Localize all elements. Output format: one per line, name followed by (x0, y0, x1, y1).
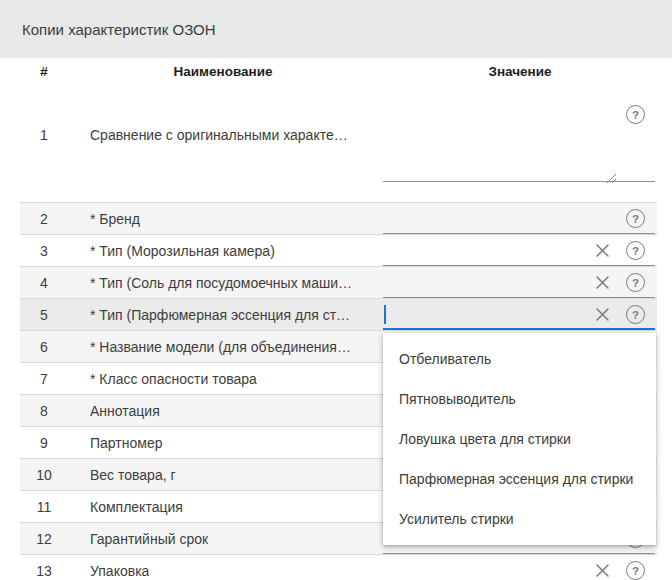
dropdown-option[interactable]: Усилитель стирки (383, 499, 656, 539)
table-row: 13Упаковка? (20, 554, 657, 580)
input-underline (383, 553, 655, 554)
row-label: Сравнение с оригинальными характе… (90, 84, 348, 202)
row-number: 12 (20, 523, 68, 554)
clear-icon[interactable] (593, 273, 612, 292)
value-input[interactable] (383, 267, 655, 298)
row-label: Партномер (90, 427, 162, 458)
row-number: 5 (20, 299, 68, 330)
column-header-name: Наименование (68, 58, 378, 84)
dropdown-option[interactable]: Ловушка цвета для стирки (383, 419, 656, 459)
table-row: 1Сравнение с оригинальными характе…? (20, 84, 657, 202)
table-header: # Наименование Значение (20, 58, 657, 84)
help-icon[interactable]: ? (626, 105, 645, 124)
row-label: * Бренд (90, 203, 140, 234)
help-icon[interactable]: ? (626, 241, 645, 260)
row-label: * Тип (Морозильная камера) (90, 235, 275, 266)
value-input[interactable] (383, 555, 655, 580)
row-number: 1 (20, 84, 68, 202)
table-row: 5* Тип (Парфюмерная эссенция для ст…? (20, 298, 657, 330)
row-label: * Название модели (для объединения… (90, 331, 351, 362)
clear-icon[interactable] (593, 241, 612, 260)
row-number: 11 (20, 491, 68, 522)
table-row: 2* Бренд? (20, 202, 657, 234)
help-icon[interactable]: ? (626, 273, 645, 292)
help-icon[interactable]: ? (626, 305, 645, 324)
clear-icon[interactable] (593, 305, 612, 324)
value-input[interactable] (383, 203, 655, 234)
row-number: 8 (20, 395, 68, 426)
row-label: Упаковка (90, 555, 149, 580)
row-number: 7 (20, 363, 68, 394)
text-caret (384, 305, 386, 324)
table-row: 3* Тип (Морозильная камера)? (20, 234, 657, 266)
column-header-index: # (20, 58, 68, 84)
row-number: 9 (20, 427, 68, 458)
column-header-value: Значение (383, 58, 657, 84)
row-number: 2 (20, 203, 68, 234)
dropdown-option[interactable]: Пятновыводитель (383, 379, 656, 419)
dropdown-option[interactable]: Парфюмерная эссенция для стирки (383, 459, 656, 499)
row-label: * Класс опасности товара (90, 363, 257, 394)
panel-title: Копии характеристик ОЗОН (22, 21, 216, 38)
row-number: 3 (20, 235, 68, 266)
characteristics-panel: Копии характеристик ОЗОН # Наименование … (0, 0, 672, 580)
input-underline (383, 328, 655, 330)
row-label: * Тип (Соль для посудомоечных маши… (90, 267, 352, 298)
row-label: Гарантийный срок (90, 523, 208, 554)
row-number: 10 (20, 459, 68, 490)
resize-handle-icon[interactable] (605, 170, 617, 182)
value-input[interactable] (383, 299, 655, 330)
row-label: Аннотация (90, 395, 160, 426)
panel-titlebar: Копии характеристик ОЗОН (0, 0, 672, 58)
input-underline (383, 265, 655, 266)
row-label: Комплектация (90, 491, 183, 522)
input-underline (383, 233, 655, 234)
row-number: 4 (20, 267, 68, 298)
row-number: 13 (20, 555, 68, 580)
value-input[interactable] (383, 235, 655, 266)
help-icon[interactable]: ? (626, 209, 645, 228)
row-number: 6 (20, 331, 68, 362)
row-label: * Тип (Парфюмерная эссенция для ст… (90, 299, 350, 330)
value-options-dropdown: ОтбеливательПятновыводительЛовушка цвета… (383, 333, 656, 545)
table-row: 4* Тип (Соль для посудомоечных маши…? (20, 266, 657, 298)
clear-icon[interactable] (593, 561, 612, 580)
row-label: Вес товара, г (90, 459, 176, 490)
dropdown-option[interactable]: Отбеливатель (383, 339, 656, 379)
input-underline (383, 297, 655, 298)
help-icon[interactable]: ? (626, 561, 645, 580)
